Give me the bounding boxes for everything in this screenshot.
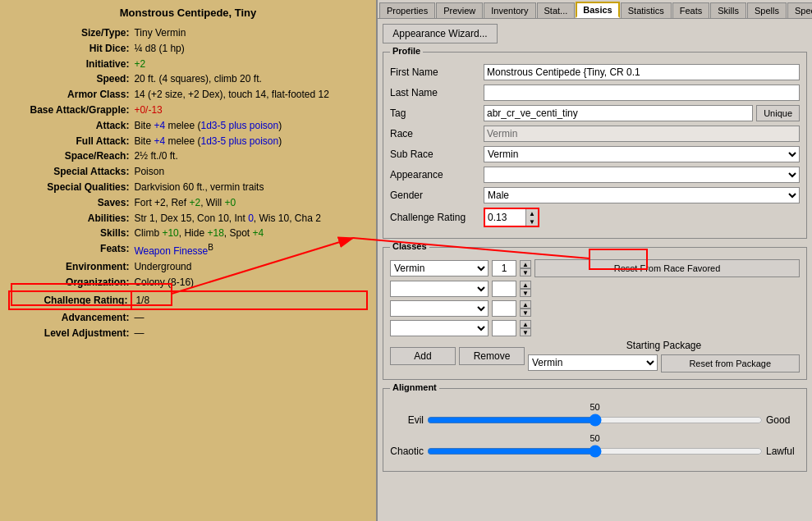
profile-row-race: Race	[390, 126, 800, 142]
class-level-up-2[interactable]: ▲	[520, 300, 531, 308]
tab-statistics[interactable]: Statistics	[621, 2, 672, 18]
profile-select-sub_race[interactable]: Vermin	[484, 146, 800, 162]
appearance-wizard-button[interactable]: Appearance Wizard...	[383, 24, 498, 43]
profile-select-gender[interactable]: MaleFemale	[484, 187, 800, 203]
challenge-rating-up[interactable]: ▲	[526, 209, 538, 217]
profile-label-appearance: Appearance	[390, 169, 480, 181]
class-select-0[interactable]: Vermin	[390, 260, 489, 276]
alignment-row-1: 50ChaoticLawful	[390, 433, 800, 458]
stat-label: Challenge Rating:	[9, 291, 131, 310]
tabs-bar: PropertiesPreviewInventoryStat...BasicsS…	[378, 0, 812, 19]
profile-label-first_name: First Name	[390, 66, 480, 78]
profile-row-sub_race: Sub RaceVermin	[390, 146, 800, 162]
profile-input-tag[interactable]	[484, 105, 753, 121]
stat-value: —	[131, 326, 367, 341]
alignment-row-0: 50EvilGood	[390, 402, 800, 427]
tab-spells[interactable]: Spells	[747, 2, 787, 18]
stat-value: +2	[131, 57, 367, 72]
classes-title: Classes	[390, 241, 429, 251]
profile-label-gender: Gender	[390, 190, 480, 201]
tab-properties[interactable]: Properties	[379, 2, 435, 18]
class-select-3[interactable]	[390, 320, 489, 336]
stat-value: Str 1, Dex 15, Con 10, Int 0, Wis 10, Ch…	[131, 211, 367, 226]
stat-label: Special Attacks:	[9, 164, 131, 180]
profile-input-first_name[interactable]	[484, 64, 800, 80]
profile-label-tag: Tag	[390, 107, 480, 119]
stat-value: Climb +10, Hide +18, Spot +4	[131, 226, 367, 241]
stat-value: Darkvision 60 ft., vermin traits	[131, 180, 367, 195]
starting-package-label: Starting Package	[528, 340, 800, 351]
challenge-rating-down[interactable]: ▼	[526, 217, 538, 226]
starting-package-row: Vermin Reset from Package	[528, 354, 800, 372]
content-area: Appearance Wizard... Profile First NameL…	[378, 19, 812, 521]
challenge-rating-input[interactable]	[485, 209, 526, 226]
reset-package-button[interactable]: Reset from Package	[661, 354, 801, 372]
class-level-up-1[interactable]: ▲	[520, 281, 531, 289]
class-spinners-3: ▲▼	[520, 320, 531, 336]
tab-basics[interactable]: Basics	[576, 2, 619, 18]
stat-value: 14 (+2 size, +2 Dex), touch 14, flat-foo…	[131, 87, 367, 103]
tab-stats[interactable]: Stat...	[537, 2, 576, 18]
profile-label-last_name: Last Name	[390, 87, 480, 98]
profile-label-sub_race: Sub Race	[390, 149, 480, 160]
tab-inventory[interactable]: Inventory	[484, 2, 535, 18]
starting-package-select[interactable]: Vermin	[528, 354, 658, 371]
tab-preview[interactable]: Preview	[436, 2, 483, 18]
creature-title: Monstrous Centipede, Tiny	[8, 7, 368, 19]
profile-row-appearance: Appearance	[390, 167, 800, 183]
stat-value: 20 ft. (4 squares), climb 20 ft.	[131, 71, 367, 87]
alignment-right-label-1: Lawful	[766, 446, 800, 457]
add-class-button[interactable]: Add	[390, 347, 456, 365]
challenge-rating-spinbox: ▲▼	[484, 208, 539, 227]
stat-value: +0/-13	[131, 103, 367, 118]
stat-value: —	[131, 309, 367, 326]
challenge-rating-spinners: ▲▼	[526, 209, 538, 226]
class-level-3[interactable]	[492, 320, 516, 336]
class-level-up-3[interactable]: ▲	[520, 320, 531, 328]
stat-value: 1/8	[131, 291, 367, 310]
class-level-down-0[interactable]: ▼	[520, 268, 531, 276]
stat-label: Environment:	[9, 259, 131, 275]
starting-package-area: Starting Package Vermin Reset from Packa…	[528, 340, 800, 372]
class-select-1[interactable]	[390, 281, 489, 297]
stat-table: Size/Type:Tiny VerminHit Dice:¼ d8 (1 hp…	[8, 25, 368, 341]
unique-button[interactable]: Unique	[756, 105, 800, 121]
reset-race-favored-button[interactable]: Reset From Race Favored	[534, 259, 800, 277]
profile-select-appearance[interactable]	[484, 167, 800, 183]
stat-label: Initiative:	[9, 57, 131, 72]
stat-label: Abilities:	[9, 211, 131, 226]
stat-value: Bite +4 melee (1d3-5 plus poison)	[131, 118, 367, 134]
stat-value: Underground	[131, 259, 367, 275]
left-panel: Monstrous Centipede, Tiny Size/Type:Tiny…	[0, 0, 378, 521]
class-level-1[interactable]	[492, 281, 516, 297]
stat-label: Attack:	[9, 118, 131, 134]
profile-row-last_name: Last Name	[390, 85, 800, 101]
class-level-down-3[interactable]: ▼	[520, 328, 531, 336]
remove-class-button[interactable]: Remove	[459, 347, 525, 365]
class-select-2[interactable]	[390, 300, 489, 317]
alignment-slider-1[interactable]	[427, 445, 763, 458]
classes-section: Classes Vermin▲▼Reset From Race Favored▲…	[383, 247, 807, 380]
profile-row-tag: TagUnique	[390, 105, 800, 121]
class-spinners-0: ▲▼	[520, 260, 531, 276]
stat-label: Size/Type:	[9, 25, 131, 41]
tab-skills[interactable]: Skills	[710, 2, 746, 18]
profile-row-gender: GenderMaleFemale	[390, 187, 800, 203]
class-level-down-2[interactable]: ▼	[520, 308, 531, 317]
profile-label-race: Race	[390, 128, 480, 139]
profile-label-challenge_rating: Challenge Rating	[390, 212, 480, 223]
alignment-slider-0[interactable]	[427, 414, 763, 427]
tab-feats[interactable]: Feats	[672, 2, 710, 18]
class-level-2[interactable]	[492, 300, 516, 317]
class-spinners-1: ▲▼	[520, 281, 531, 297]
stat-label: Skills:	[9, 226, 131, 241]
tab-special[interactable]: Special Abilit...	[787, 2, 812, 18]
class-actions: Add Remove Starting Package Vermin Reset…	[390, 340, 800, 372]
class-level-down-1[interactable]: ▼	[520, 289, 531, 297]
profile-input-last_name[interactable]	[484, 85, 800, 101]
class-level-up-0[interactable]: ▲	[520, 260, 531, 268]
class-level-0[interactable]	[492, 260, 516, 276]
class-row-2: ▲▼	[390, 300, 800, 317]
stat-label: Special Qualities:	[9, 180, 131, 195]
profile-row-first_name: First Name	[390, 64, 800, 80]
